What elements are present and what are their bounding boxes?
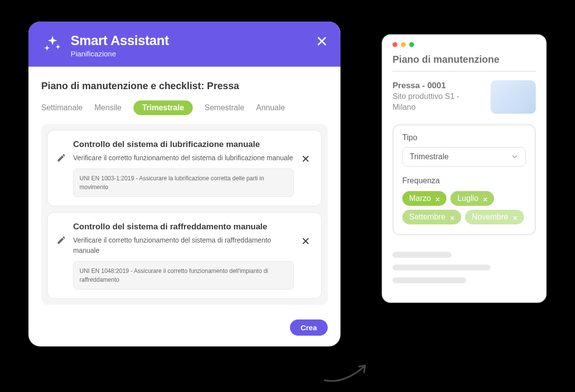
chip-label: Luglio: [457, 194, 478, 203]
window-controls: [392, 42, 536, 47]
type-value: Trimestrale: [410, 152, 448, 161]
frequency-tabs: SettimanaleMensileTrimestraleSemestraleA…: [41, 100, 328, 115]
chip-remove-icon[interactable]: [449, 214, 455, 220]
arrow-swoosh-icon: [323, 363, 369, 383]
type-label: Tipo: [402, 133, 526, 142]
asset-header: Pressa - 0001 Sito produttivo S1 - Milan…: [392, 80, 536, 114]
frequency-label: Frequenza: [402, 176, 526, 185]
modal-title-block: Smart Assistant Pianificazione: [71, 33, 169, 58]
chevron-down-icon: [511, 153, 519, 161]
checklist-item: Controllo del sistema di lubrificazione …: [47, 130, 322, 206]
skeleton-line: [392, 252, 451, 258]
config-card: Tipo Trimestrale Frequenza MarzoLuglioSe…: [392, 124, 536, 235]
chip-label: Marzo: [409, 194, 431, 203]
remove-item-icon[interactable]: [301, 236, 311, 246]
skeleton-line: [392, 265, 491, 270]
modal-subtitle: Pianificazione: [71, 49, 169, 58]
chip-label: Settembre: [409, 213, 445, 221]
item-title: Controllo del sistema di raffreddamento …: [73, 221, 294, 232]
checklist-item: Controllo del sistema di raffreddamento …: [47, 212, 322, 299]
window-close-icon[interactable]: [392, 42, 397, 47]
create-button[interactable]: Crea: [290, 319, 328, 336]
remove-item-icon[interactable]: [301, 154, 311, 164]
close-icon[interactable]: [315, 34, 329, 48]
item-title: Controllo del sistema di lubrificazione …: [73, 139, 294, 150]
chip-remove-icon[interactable]: [512, 214, 518, 220]
modal-title: Smart Assistant: [71, 33, 169, 49]
tab-settimanale[interactable]: Settimanale: [41, 100, 83, 115]
frequency-chip[interactable]: Novembre: [465, 210, 524, 224]
skeleton-line: [392, 277, 466, 283]
body-title: Piano di manutenzione e checklist: Press…: [41, 80, 328, 92]
maintenance-plan-window: Piano di manutenzione Pressa - 0001 Sito…: [382, 34, 547, 303]
frequency-chips: MarzoLuglioSettembreNovembre: [402, 191, 526, 224]
frequency-chip[interactable]: Luglio: [450, 191, 494, 206]
sparkle-icon: [43, 34, 62, 53]
item-norm: UNI EN 1003-1:2019 - Assicurare la lubri…: [73, 169, 294, 197]
asset-info: Pressa - 0001 Sito produttivo S1 - Milan…: [392, 80, 483, 114]
tab-semestrale[interactable]: Semestrale: [205, 100, 244, 115]
tab-mensile[interactable]: Mensile: [95, 100, 122, 115]
asset-name: Pressa - 0001: [392, 80, 483, 91]
chip-label: Novembre: [472, 213, 508, 221]
item-norm: UNI EN 1048:2019 - Assicurare il corrett…: [73, 261, 294, 290]
smart-assistant-modal: Smart Assistant Pianificazione Piano di …: [28, 22, 340, 346]
modal-header: Smart Assistant Pianificazione: [28, 22, 340, 67]
modal-body: Piano di manutenzione e checklist: Press…: [28, 67, 340, 314]
chip-remove-icon[interactable]: [435, 196, 441, 201]
frequency-chip[interactable]: Marzo: [402, 191, 446, 206]
window-maximize-icon[interactable]: [409, 42, 414, 47]
edit-icon[interactable]: [56, 235, 66, 245]
edit-icon[interactable]: [56, 153, 66, 163]
modal-footer: Crea: [28, 314, 340, 346]
tab-annuale[interactable]: Annuale: [256, 100, 285, 115]
item-description: Verificare il corretto funzionamento del…: [73, 153, 294, 163]
tab-trimestrale[interactable]: Trimestrale: [133, 100, 193, 115]
asset-location: Sito produttivo S1 - Milano: [392, 91, 483, 113]
item-description: Verificare il corretto funzionamento del…: [73, 235, 294, 255]
frequency-chip[interactable]: Settembre: [402, 210, 461, 224]
item-content: Controllo del sistema di lubrificazione …: [73, 139, 294, 197]
window-minimize-icon[interactable]: [401, 42, 406, 47]
type-select[interactable]: Trimestrale: [402, 147, 526, 167]
item-content: Controllo del sistema di raffreddamento …: [73, 221, 294, 290]
side-title: Piano di manutenzione: [392, 54, 536, 72]
asset-thumbnail: [491, 80, 536, 114]
chip-remove-icon[interactable]: [482, 196, 488, 201]
checklist-items: Controllo del sistema di lubrificazione …: [41, 124, 328, 305]
